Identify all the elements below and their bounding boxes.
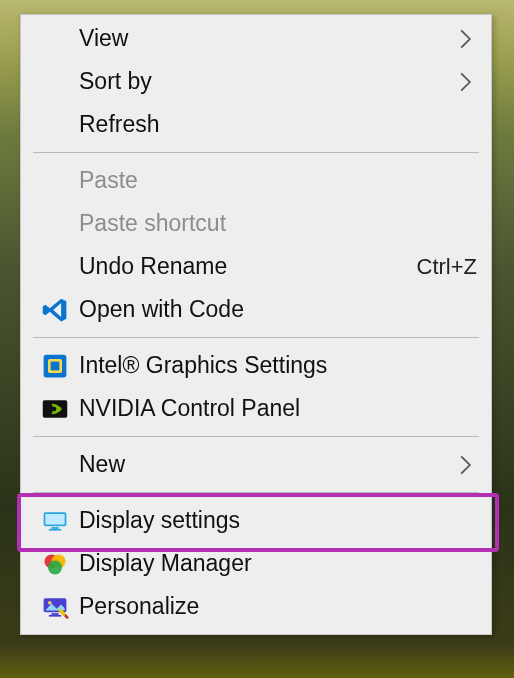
menu-item-nvidia-panel[interactable]: NVIDIA Control Panel — [21, 387, 491, 430]
svg-point-13 — [48, 600, 52, 604]
menu-separator — [33, 337, 479, 338]
menu-separator — [33, 436, 479, 437]
desktop-background: View Sort by Refresh Paste Paste — [0, 0, 514, 678]
menu-item-display-manager[interactable]: Display Manager — [21, 542, 491, 585]
chevron-right-icon — [459, 71, 477, 93]
svg-point-4 — [52, 406, 57, 411]
nvidia-icon — [31, 395, 79, 423]
menu-label-paste-shortcut: Paste shortcut — [79, 210, 477, 237]
menu-label-paste: Paste — [79, 167, 477, 194]
chevron-right-icon — [459, 28, 477, 50]
menu-label-display-manager: Display Manager — [79, 550, 477, 577]
svg-rect-15 — [49, 614, 61, 616]
menu-item-view[interactable]: View — [21, 17, 491, 60]
svg-rect-14 — [52, 613, 59, 615]
intel-graphics-icon — [31, 352, 79, 380]
svg-rect-7 — [52, 527, 59, 529]
display-settings-icon — [31, 507, 79, 535]
menu-label-personalize: Personalize — [79, 593, 477, 620]
menu-item-paste: Paste — [21, 159, 491, 202]
svg-point-11 — [48, 560, 62, 574]
menu-label-intel-graphics: Intel® Graphics Settings — [79, 352, 477, 379]
menu-label-new: New — [79, 451, 459, 478]
menu-separator — [33, 492, 479, 493]
menu-item-new[interactable]: New — [21, 443, 491, 486]
menu-label-display-settings: Display settings — [79, 507, 477, 534]
menu-label-nvidia-panel: NVIDIA Control Panel — [79, 395, 477, 422]
menu-label-sort-by: Sort by — [79, 68, 459, 95]
chevron-right-icon — [459, 454, 477, 476]
vscode-icon — [31, 296, 79, 324]
menu-label-undo-rename: Undo Rename — [79, 253, 407, 280]
svg-rect-6 — [45, 514, 64, 525]
personalize-icon — [31, 593, 79, 621]
menu-accel-undo-rename: Ctrl+Z — [417, 254, 478, 280]
menu-item-undo-rename[interactable]: Undo Rename Ctrl+Z — [21, 245, 491, 288]
menu-label-open-with-code: Open with Code — [79, 296, 477, 323]
desktop-context-menu: View Sort by Refresh Paste Paste — [20, 14, 492, 635]
display-manager-icon — [31, 550, 79, 578]
menu-item-paste-shortcut: Paste shortcut — [21, 202, 491, 245]
menu-item-sort-by[interactable]: Sort by — [21, 60, 491, 103]
menu-item-refresh[interactable]: Refresh — [21, 103, 491, 146]
menu-separator — [33, 152, 479, 153]
svg-rect-2 — [51, 361, 60, 370]
menu-item-open-with-code[interactable]: Open with Code — [21, 288, 491, 331]
menu-item-intel-graphics[interactable]: Intel® Graphics Settings — [21, 344, 491, 387]
menu-label-view: View — [79, 25, 459, 52]
menu-item-display-settings[interactable]: Display settings — [21, 499, 491, 542]
menu-item-personalize[interactable]: Personalize — [21, 585, 491, 628]
svg-rect-8 — [49, 528, 61, 530]
menu-label-refresh: Refresh — [79, 111, 477, 138]
